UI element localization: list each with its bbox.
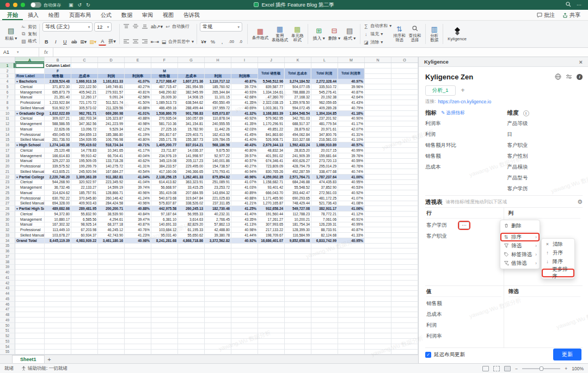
cell-L41[interactable] xyxy=(311,275,338,281)
cell-L23[interactable]: 474,435.83 xyxy=(311,180,338,185)
cell-M55[interactable] xyxy=(338,350,365,355)
ribbon-tab-公式[interactable]: 公式 xyxy=(96,10,117,20)
cell-B38[interactable] xyxy=(45,259,71,265)
cell-G31[interactable]: 82,829.20 xyxy=(178,222,205,228)
cell-O29[interactable] xyxy=(391,212,418,217)
share-button[interactable]: 共享 xyxy=(562,11,580,19)
cell-A53[interactable] xyxy=(15,339,45,344)
cell-E35[interactable] xyxy=(125,244,151,249)
cell-K31[interactable]: 181,754.34 xyxy=(285,222,311,228)
zoom-slider[interactable] xyxy=(522,368,560,369)
cell-K22[interactable]: 2,571,764.71 xyxy=(285,175,311,180)
cell-F52[interactable] xyxy=(151,333,178,339)
cell-M34[interactable]: 40.95% xyxy=(338,238,365,244)
cell-L18[interactable]: 159,681.64 xyxy=(311,153,338,159)
row-header-29[interactable]: 29 xyxy=(0,212,15,217)
cell-F15[interactable]: 265,171.78 xyxy=(151,138,178,143)
cell-J53[interactable] xyxy=(258,339,285,344)
cell-N35[interactable] xyxy=(365,244,391,249)
cell-K20[interactable]: 428,794.79 xyxy=(285,164,311,169)
cell-K38[interactable] xyxy=(285,259,311,265)
pivot-field-利润[interactable]: 利润 xyxy=(426,320,501,331)
cell-K7[interactable]: 27,168.32 xyxy=(285,95,311,101)
metric-item-利润[interactable]: 利润 xyxy=(425,129,504,140)
cell-N37[interactable] xyxy=(365,254,391,259)
cell-O15[interactable] xyxy=(391,138,418,143)
normal-view-button[interactable] xyxy=(482,366,489,371)
cell-B1[interactable]: Column Label xyxy=(45,63,71,69)
cell-C6[interactable]: 405,942.21 xyxy=(71,90,98,95)
cell-O37[interactable] xyxy=(391,254,418,259)
pivot-field-总成本[interactable]: 总成本 xyxy=(426,309,501,320)
cell-C43[interactable] xyxy=(71,286,98,291)
cell-L15[interactable]: 216,581.03 xyxy=(311,138,338,143)
cell-I14[interactable]: 41.45% xyxy=(231,132,258,138)
cell-D11[interactable]: 126,323.87 xyxy=(98,116,125,122)
row-header-3[interactable]: 3 xyxy=(0,74,15,79)
minimize-window-button[interactable] xyxy=(13,3,17,7)
cell-O27[interactable] xyxy=(391,201,418,207)
row-header-9[interactable]: 9 xyxy=(0,105,15,111)
cell-E29[interactable]: 40.84% xyxy=(125,212,151,217)
cell-N4[interactable] xyxy=(365,79,391,84)
cell-K28[interactable]: 549,727.08 xyxy=(285,206,311,212)
cell-D2[interactable] xyxy=(98,69,125,74)
cell-O14[interactable] xyxy=(391,132,418,138)
cell-B25[interactable]: 314,624.62 xyxy=(45,190,71,196)
cell-I42[interactable] xyxy=(231,281,258,286)
cell-L46[interactable] xyxy=(311,302,338,307)
delete-cells-button[interactable]: ⊟ 删除 ▾ xyxy=(327,22,342,46)
cell-F13[interactable]: 27,225.16 xyxy=(151,127,178,132)
column-header-D[interactable]: D xyxy=(98,57,125,63)
cell-J19[interactable]: 674,346.41 xyxy=(258,159,285,164)
cell-N11[interactable] xyxy=(365,116,391,122)
cell-styles-button[interactable]: ▩ 单元格 样式 xyxy=(290,22,305,46)
cell-E40[interactable] xyxy=(125,270,151,275)
cell-L11[interactable]: 237,201.92 xyxy=(311,116,338,122)
cell-C32[interactable]: 67,203.98 xyxy=(71,227,98,233)
cell-L40[interactable] xyxy=(311,270,338,275)
cell-C51[interactable] xyxy=(71,328,98,334)
cell-K41[interactable] xyxy=(285,275,311,281)
cell-G3[interactable]: 总成本 xyxy=(178,74,205,79)
cell-O1[interactable] xyxy=(391,63,418,69)
cell-N50[interactable] xyxy=(365,323,391,328)
fill-color-button[interactable]: ▧▾ xyxy=(89,38,97,46)
cell-F18[interactable]: 234,976.19 xyxy=(151,153,178,159)
cell-N28[interactable] xyxy=(365,206,391,212)
row-header-25[interactable]: 25 xyxy=(0,190,15,196)
cell-A16[interactable]: ▾High School xyxy=(15,142,45,148)
dimension-item-客户学历[interactable]: 客户学历 xyxy=(507,183,583,194)
cell-G55[interactable] xyxy=(178,350,205,355)
cell-E46[interactable] xyxy=(125,302,151,307)
cell-N20[interactable] xyxy=(365,164,391,169)
cell-G47[interactable] xyxy=(178,307,205,313)
cell-B7[interactable]: 21,351.40 xyxy=(45,95,71,101)
cell-A2[interactable] xyxy=(15,69,45,74)
cell-E36[interactable] xyxy=(125,248,151,254)
cell-B19[interactable]: 329,227.33 xyxy=(45,159,71,164)
cell-H45[interactable] xyxy=(205,296,231,302)
cell-G45[interactable] xyxy=(178,296,205,302)
cell-B6[interactable]: 685,873.79 xyxy=(45,90,71,95)
cell-G7[interactable]: 14,908.15 xyxy=(178,95,205,101)
cell-E22[interactable]: 41.04% xyxy=(125,175,151,180)
cell-K36[interactable] xyxy=(285,248,311,254)
cell-J40[interactable] xyxy=(258,270,285,275)
cell-A3[interactable]: Row Label xyxy=(15,74,45,79)
cell-D40[interactable] xyxy=(98,270,125,275)
cell-B23[interactable]: 544,268.90 xyxy=(45,180,71,185)
cell-C31[interactable]: 98,925.14 xyxy=(71,222,98,228)
column-header-G[interactable]: G xyxy=(178,57,205,63)
cell-E5[interactable]: 40.27% xyxy=(125,84,151,90)
cell-F32[interactable]: 103,684.12 xyxy=(151,227,178,233)
cell-J32[interactable]: 217,133.22 xyxy=(258,227,285,233)
cell-N49[interactable] xyxy=(365,318,391,323)
cell-G29[interactable]: 56,955.33 xyxy=(178,212,205,217)
cell-A28[interactable]: ▾Partial High School xyxy=(15,206,45,212)
cell-L35[interactable] xyxy=(311,244,338,249)
cell-F44[interactable] xyxy=(151,291,178,296)
cell-K35[interactable] xyxy=(285,244,311,249)
cell-C55[interactable] xyxy=(71,350,98,355)
cell-K5[interactable]: 504,077.05 xyxy=(285,84,311,90)
